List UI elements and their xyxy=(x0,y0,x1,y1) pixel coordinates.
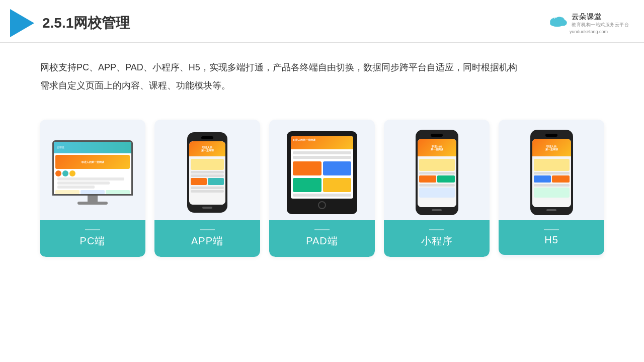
cards-container: 云课堂 职进人的第一堂网课 xyxy=(0,105,644,272)
card-h5-image: 职进人的第一堂网课 xyxy=(499,120,604,220)
phone-home-app xyxy=(202,207,212,209)
card-pc-image: 云课堂 职进人的第一堂网课 xyxy=(40,120,145,220)
phone-notch-app xyxy=(201,136,213,139)
cloud-icon xyxy=(548,13,569,27)
brand-text-block: 云朵课堂 教育机构一站式服务云平台 xyxy=(572,13,629,28)
card-app: 职进人的第一堂网课 xyxy=(154,120,260,257)
phone-home-mini xyxy=(432,209,442,211)
brand-tagline: 教育机构一站式服务云平台 xyxy=(572,22,629,28)
description-text: 网校支持PC、APP、PAD、小程序、H5，实现多端打通，产品各终端自由切换，数… xyxy=(0,43,644,100)
logo-triangle-icon xyxy=(10,9,34,37)
pc-mockup: 云课堂 职进人的第一堂网课 xyxy=(52,140,133,205)
card-h5-label: H5 xyxy=(499,220,604,255)
phone-notch-h5 xyxy=(545,134,557,137)
card-pad: 职进人的第一堂网课 xyxy=(269,120,375,257)
phone-mockup-app: 职进人的第一堂网课 xyxy=(187,132,227,213)
phone-screen-mini: 职进人的第一堂网课 xyxy=(418,139,456,207)
svg-point-3 xyxy=(550,20,565,27)
brand-url: yunduoketang.com xyxy=(570,29,608,34)
page-title: 2.5.1网校管理 xyxy=(42,14,130,33)
header: 2.5.1网校管理 云朵课堂 教育机构一站式服务云平台 yunduoketang… xyxy=(0,0,644,43)
card-app-image: 职进人的第一堂网课 xyxy=(154,120,260,220)
header-left: 2.5.1网校管理 xyxy=(10,9,130,37)
card-h5: 职进人的第一堂网课 H xyxy=(499,120,604,257)
card-pad-label: PAD端 xyxy=(269,220,375,257)
phone-screen-h5: 职进人的第一堂网课 xyxy=(532,139,571,207)
card-miniprogram: 职进人的第一堂网课 小 xyxy=(384,120,490,257)
phone-notch-mini xyxy=(431,134,443,137)
phone-mockup-h5: 职进人的第一堂网课 xyxy=(530,130,573,215)
tablet-screen: 职进人的第一堂网课 xyxy=(291,136,353,199)
card-pc: 云课堂 职进人的第一堂网课 xyxy=(40,120,145,257)
card-pad-image: 职进人的第一堂网课 xyxy=(269,120,375,220)
card-app-label: APP端 xyxy=(154,220,260,257)
brand-logo: 云朵课堂 教育机构一站式服务云平台 xyxy=(548,13,629,28)
card-pc-label: PC端 xyxy=(40,220,145,257)
card-miniprogram-image: 职进人的第一堂网课 xyxy=(384,120,490,220)
pc-screen: 云课堂 职进人的第一堂网课 xyxy=(52,140,133,196)
tablet-mockup: 职进人的第一堂网课 xyxy=(287,131,357,214)
card-miniprogram-label: 小程序 xyxy=(384,220,490,257)
header-right: 云朵课堂 教育机构一站式服务云平台 yunduoketang.com xyxy=(548,13,629,34)
brand-name: 云朵课堂 xyxy=(572,13,602,22)
phone-home-h5 xyxy=(546,209,556,211)
phone-screen-app: 职进人的第一堂网课 xyxy=(189,141,225,205)
tablet-home-btn xyxy=(318,201,326,209)
phone-mockup-mini: 职进人的第一堂网课 xyxy=(416,130,458,215)
